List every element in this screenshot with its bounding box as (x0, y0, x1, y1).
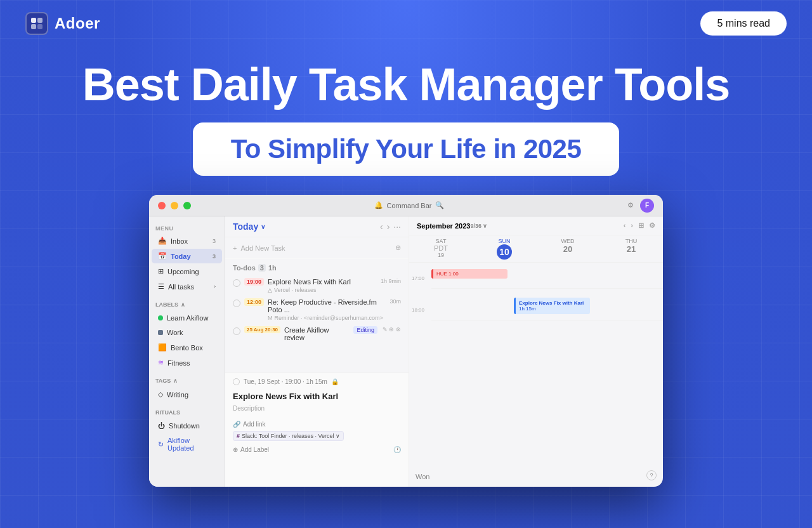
logo-area: Adoer (25, 12, 100, 35)
slack-icon: # (237, 433, 240, 439)
cal-prev-icon[interactable]: ‹ (624, 221, 626, 230)
sidebar-upcoming-label: Upcoming (167, 268, 199, 275)
lock-icon: 🔒 (331, 378, 339, 385)
detail-meta: Tue, 19 Sept · 19:00 · 1h 15m 🔒 (233, 378, 401, 385)
detail-date: Tue, 19 Sept · 19:00 · 1h 15m (244, 378, 327, 385)
label-icon: ⊕ (233, 446, 238, 453)
hero-section: Best Daily Task Manager Tools To Simplif… (0, 47, 812, 176)
task-item-3[interactable]: 25 Aug 20:30 Create Akiflow review Editi… (233, 324, 401, 344)
today-button[interactable]: Today ∨ (233, 221, 265, 232)
cal-event-2-sub: 1h 15m (519, 306, 587, 312)
sidebar-item-upcoming[interactable]: ⊞ Upcoming (152, 264, 222, 279)
task-3-text: Create Akiflow review (284, 326, 350, 341)
traffic-light-yellow[interactable] (171, 202, 178, 209)
sidebar-menu-label: MENU (149, 223, 225, 233)
sidebar-inbox-label: Inbox (171, 237, 188, 245)
sidebar-label-learn-akiflow[interactable]: Learn Akiflow (152, 311, 222, 325)
header: Adoer 5 mins read (0, 0, 812, 47)
shutdown-icon: ⏻ (158, 422, 165, 430)
add-label-label: Add Label (240, 446, 269, 453)
titlebar-right: ⚙ F (627, 199, 654, 213)
wed-num: 20 (539, 244, 597, 254)
add-label-row[interactable]: ⊕ Add Label 🕐 (233, 445, 401, 454)
labels-label: LABELS ∧ (149, 299, 225, 310)
slack-integration[interactable]: # Slack: Tool Finder · releases · Vercel… (233, 431, 344, 441)
task-1-text: Explore News Fix with Karl (268, 278, 377, 286)
task-checkbox-2[interactable] (233, 300, 240, 307)
cal-day-wed: WED 20 (536, 235, 599, 262)
sat-label: SAT (412, 238, 470, 244)
slack-label: Slack: Tool Finder · releases · Vercel (242, 433, 334, 439)
nav-next-icon[interactable]: › (387, 221, 390, 232)
add-task-plus: + (233, 244, 237, 252)
sidebar-item-all-tasks[interactable]: ☰ All tasks › (152, 279, 222, 294)
task-detail-panel: Tue, 19 Sept · 19:00 · 1h 15m 🔒 Explore … (225, 373, 409, 487)
vercel-icon: △ (268, 287, 272, 293)
user-avatar[interactable]: F (640, 199, 654, 213)
inbox-badge: 3 (213, 238, 216, 244)
nav-prev-icon[interactable]: ‹ (380, 221, 383, 232)
time-18: 18:00 (412, 307, 424, 313)
sidebar-label-fitness[interactable]: ≋ Fitness (152, 355, 222, 370)
bento-box-icon: 🟧 (158, 343, 167, 352)
cal-next-icon[interactable]: › (631, 221, 633, 230)
add-task-row[interactable]: + Add New Task ⊕ (233, 241, 401, 254)
cal-day-sun-today: SUN 10 (473, 235, 536, 262)
todo-count: 3 (258, 264, 266, 272)
logo-icon (25, 12, 48, 35)
time-17: 17:00 (412, 275, 424, 281)
clock-icon: 🕐 (393, 446, 401, 453)
shutdown-label: Shutdown (169, 422, 200, 430)
calendar-header: September 2023 9/36 ∨ ‹ › ⊞ ⚙ (409, 216, 663, 235)
calendar-area: September 2023 9/36 ∨ ‹ › ⊞ ⚙ SAT PDT 19 (409, 216, 663, 487)
sidebar-label-bento-box[interactable]: 🟧 Bento Box (152, 340, 222, 355)
hero-title: Best Daily Task Manager Tools (25, 60, 787, 110)
sidebar-item-inbox[interactable]: 📥 Inbox 3 (152, 234, 222, 248)
cal-day-thu: THU 21 (599, 235, 663, 262)
akiflow-updated-label: Akiflow Updated (167, 437, 216, 452)
writing-tag-label: Writing (167, 391, 188, 399)
app-window: 🔔 Command Bar 🔍 ⚙ F MENU 📥 Inbox 3 (149, 195, 663, 487)
left-panel: Today ∨ ‹ › ··· + Add New Task ⊕ (225, 216, 409, 487)
more-icon[interactable]: ··· (393, 221, 401, 232)
task-item-2[interactable]: 12:00 Re: Keep Productive - Riverside.fm… (233, 296, 401, 324)
tags-label: TAGS ∧ (149, 375, 225, 386)
cal-event-2[interactable]: Explore News Fix with Karl 1h 15m (514, 298, 590, 314)
add-task-area: + Add New Task ⊕ (225, 237, 409, 259)
cal-day-sat: SAT PDT 19 (409, 235, 473, 262)
fitness-icon: ≋ (158, 359, 164, 367)
detail-task-title: Explore News Fix with Karl (233, 392, 401, 401)
help-icon[interactable]: ? (646, 468, 657, 480)
titlebar: 🔔 Command Bar 🔍 ⚙ F (149, 195, 663, 216)
add-link-row[interactable]: 🔗 Add link (233, 419, 401, 429)
sidebar-tag-writing[interactable]: ◇ Writing (152, 387, 222, 402)
calendar-timeslots: 17:00 18:00 HUE 1:00 Explore News Fix wi… (409, 263, 663, 487)
app-container: 🔔 Command Bar 🔍 ⚙ F MENU 📥 Inbox 3 (0, 195, 812, 487)
detail-description: Description (233, 405, 401, 412)
bell-icon: 🔔 (374, 201, 383, 209)
titlebar-center: 🔔 Command Bar 🔍 (196, 201, 622, 209)
hour-line-18 (431, 320, 663, 320)
task-2-time-badge: 12:00 (244, 298, 264, 306)
task-item-1[interactable]: 19:00 Explore News Fix with Karl △ Verce… (233, 275, 401, 296)
learn-akiflow-dot (158, 315, 163, 320)
cal-settings-icon[interactable]: ⚙ (649, 221, 655, 230)
task-checkbox-1[interactable] (233, 279, 240, 287)
cal-event-1[interactable]: HUE 1:00 (431, 269, 508, 279)
search-icon: 🔍 (435, 201, 444, 209)
task-checkbox-3[interactable] (233, 327, 240, 335)
task-3-icons: ✎ ⊕ ⊗ (383, 326, 401, 333)
sidebar-ritual-shutdown[interactable]: ⏻ Shutdown (152, 419, 222, 433)
mail-icon: M (268, 315, 273, 321)
sidebar-ritual-akiflow-updated[interactable]: ↻ Akiflow Updated (152, 433, 222, 455)
inbox-icon: 📥 (158, 237, 167, 245)
all-tasks-icon: ☰ (158, 282, 164, 291)
sidebar-label-work[interactable]: Work (152, 326, 222, 340)
cal-grid-icon[interactable]: ⊞ (638, 221, 644, 230)
sidebar-item-today[interactable]: 📅 Today 3 (152, 249, 222, 263)
traffic-light-red[interactable] (158, 202, 166, 209)
tasks-header: Today ∨ ‹ › ··· (225, 216, 409, 237)
traffic-light-green[interactable] (183, 202, 191, 209)
hero-subtitle-box: To Simplify Your Life in 2025 (193, 122, 620, 176)
cal-event-1-title: HUE 1:00 (436, 271, 504, 277)
